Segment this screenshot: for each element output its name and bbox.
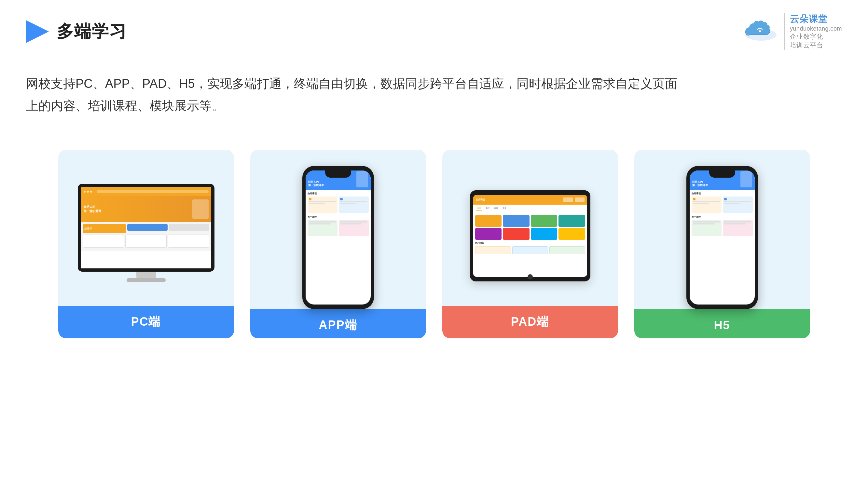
pc-block-1: 必修课 [83, 224, 126, 233]
header-right: 云朵课堂 yunduoketang.com 企业数字化 培训云平台 [743, 13, 842, 50]
brand-logo: 云朵课堂 yunduoketang.com 企业数字化 培训云平台 [743, 13, 842, 50]
card-h5: 联培人的第一堂职通课 热销课程 [634, 150, 810, 338]
h5-image-area: 联培人的第一堂职通课 热销课程 [647, 166, 797, 309]
tablet-header: 云朵课堂 [473, 195, 587, 205]
pc-hero-section: 联培人的第一堂职通课 [81, 196, 211, 222]
phone-card-line-h5-2 [693, 203, 709, 204]
phone-card-line-3 [340, 201, 367, 202]
monitor-frame: 联培人的第一堂职通课 必修课 [78, 184, 215, 272]
phone-notch-h5 [709, 170, 735, 177]
phone-mockup-app: 联培人的第一堂职通课 热销课程 [302, 166, 374, 309]
tablet-courses-row [475, 246, 585, 254]
pc-mockup: 联培人的第一堂职通课 必修课 [78, 184, 215, 288]
monitor-base [127, 278, 166, 282]
page-title: 多端学习 [57, 20, 127, 43]
pc-block-4 [83, 234, 124, 248]
phone-card-3 [308, 220, 338, 236]
tablet-courses-section: 热门课程 [473, 242, 587, 254]
phone-screen-app: 联培人的第一堂职通课 热销课程 [306, 170, 371, 304]
brand-name: 云朵课堂 [790, 13, 842, 25]
phone-screen-h5: 联培人的第一堂职通课 热销课程 [690, 170, 755, 304]
phone-card-line-4 [340, 203, 356, 204]
card-pc-label: PC端 [58, 306, 234, 338]
phone-row-2 [308, 220, 369, 236]
phone-card-h5-1 [691, 196, 721, 213]
tablet-screen: 云朵课堂 首页 课程 直播 更多 [473, 195, 587, 277]
pc-block-2 [127, 224, 167, 231]
app-image-area: 联培人的第一堂职通课 热销课程 [263, 166, 413, 309]
svg-point-6 [765, 25, 770, 30]
card-pad-label: PAD端 [442, 306, 618, 338]
tablet-nav: 首页 课程 直播 更多 [473, 205, 587, 213]
brand-url: yunduoketang.com [790, 25, 842, 32]
phone-row-h5-2 [691, 220, 753, 236]
phone-card-line-7 [340, 221, 367, 223]
tablet-nav-home: 首页 [476, 206, 482, 211]
header-left: 多端学习 [26, 20, 127, 43]
tablet-course-3 [549, 246, 585, 254]
phone-card-line-8 [340, 223, 362, 225]
tablet-grid-1 [475, 215, 502, 227]
pc-nav-dot-1 [84, 191, 86, 193]
play-icon [26, 20, 49, 43]
pc-block-6 [168, 234, 209, 248]
brand-slogan2: 培训云平台 [790, 41, 842, 50]
pc-image-area: 联培人的第一堂职通课 必修课 [71, 166, 221, 306]
pad-image-area: 云朵课堂 首页 课程 直播 更多 [455, 166, 605, 306]
phone-row-h5-1 [691, 196, 753, 213]
phone-card-dot-1 [309, 198, 311, 200]
pc-screen-nav [81, 187, 211, 196]
phone-card-line-h5-6 [693, 223, 715, 225]
phone-card-line-h5-1 [693, 201, 720, 202]
phone-card-h5-4 [723, 220, 753, 236]
tablet-courses-title: 热门课程 [475, 242, 585, 245]
monitor-stand [136, 272, 156, 278]
card-pc: 联培人的第一堂职通课 必修课 [58, 150, 234, 338]
brand-slogan1: 企业数字化 [790, 32, 842, 41]
phone-row-1 [308, 196, 369, 213]
tablet-grid-2 [503, 215, 529, 227]
tablet-course-2 [512, 246, 548, 254]
tablet-nav-more: 更多 [501, 206, 508, 211]
phone-content-title-h5-1: 热销课程 [691, 192, 753, 195]
tablet-mockup: 云朵课堂 首页 课程 直播 更多 [470, 190, 590, 282]
phone-card-line-6 [309, 223, 331, 225]
phone-card-dot-h5-1 [693, 198, 695, 200]
tablet-grid-8 [558, 228, 585, 240]
phone-content-h5: 热销课程 [690, 190, 755, 239]
phone-character-app [356, 171, 368, 187]
phone-header-text-app: 联培人的第一堂职通课 [308, 181, 324, 187]
tablet-grid [473, 213, 587, 242]
tablet-course-1 [475, 246, 511, 254]
card-pad: 云朵课堂 首页 课程 直播 更多 [442, 150, 618, 338]
tablet-nav-course: 课程 [484, 206, 491, 211]
page-header: 多端学习 云朵 [0, 0, 868, 50]
phone-card-1 [308, 196, 338, 213]
phone-card-dot-h5-2 [724, 198, 727, 200]
card-h5-label: H5 [634, 309, 810, 338]
svg-marker-0 [26, 20, 49, 43]
phone-content-app: 热销课程 [306, 190, 371, 239]
pc-block-3 [169, 224, 209, 231]
description-line1: 网校支持PC、APP、PAD、H5，实现多端打通，终端自由切换，数据同步跨平台自… [26, 72, 842, 95]
phone-card-line-h5-8 [724, 223, 746, 225]
tablet-header-text: 云朵课堂 [476, 198, 485, 201]
pc-hero-image [192, 199, 209, 219]
page-description: 网校支持PC、APP、PAD、H5，实现多端打通，终端自由切换，数据同步跨平台自… [0, 50, 868, 117]
tablet-grid-7 [531, 228, 558, 240]
pc-row-2 [83, 234, 209, 248]
tablet-grid-6 [503, 228, 529, 240]
tablet-grid-4 [558, 215, 585, 227]
brand-cloud-icon [743, 20, 779, 43]
pc-block-5 [125, 234, 167, 248]
phone-card-line-h5-5 [693, 221, 720, 223]
pc-row-1: 必修课 [83, 224, 209, 233]
card-app-label: APP端 [250, 309, 426, 338]
phone-header-text-h5: 联培人的第一堂职通课 [692, 181, 708, 187]
tablet-grid-3 [531, 215, 558, 227]
tablet-home-button [528, 274, 533, 280]
pc-nav-dot-3 [90, 191, 92, 193]
card-app: 联培人的第一堂职通课 热销课程 [250, 150, 426, 338]
description-line2: 上的内容、培训课程、模块展示等。 [26, 95, 842, 117]
phone-content-title-h5-2: 热学课程 [691, 215, 753, 219]
